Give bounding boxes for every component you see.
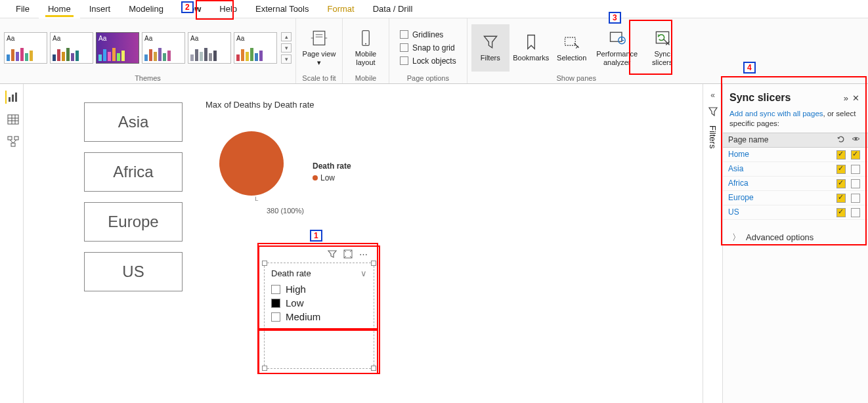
col-page-name: Page name (728, 135, 834, 144)
filter-icon[interactable] (708, 106, 718, 119)
sync-pane-header: Sync slicers » ✕ (723, 89, 868, 109)
tab-external-tools[interactable]: External Tools (246, 0, 318, 18)
data-view-icon[interactable] (5, 113, 18, 126)
sync-page-name[interactable]: Europe (728, 193, 834, 202)
theme-aa: Aa (98, 35, 137, 42)
sync-table-header: Page name (723, 133, 868, 148)
snap-to-grid-checkbox[interactable]: Snap to grid (400, 42, 455, 54)
tab-modeling[interactable]: Modeling (119, 0, 173, 18)
filter-icon (481, 33, 500, 51)
focus-mode-icon[interactable] (343, 249, 353, 261)
tab-home[interactable]: Home (39, 0, 80, 18)
svg-point-27 (854, 138, 856, 140)
page-view-button[interactable]: Page view ▾ (300, 24, 338, 72)
visible-checkbox[interactable] (851, 194, 860, 203)
visible-checkbox[interactable] (851, 165, 860, 174)
snap-label: Snap to grid (412, 43, 455, 53)
sync-page-row: Asia (723, 162, 868, 177)
filters-pane-label[interactable]: Filters (708, 125, 718, 148)
svg-rect-13 (9, 97, 11, 102)
chevron-down-icon[interactable]: ∨ (360, 268, 367, 278)
filters-pane-button[interactable]: Filters (471, 24, 510, 72)
more-options-icon[interactable]: ⋯ (359, 249, 368, 261)
checkbox-icon (400, 43, 408, 52)
selection-pane-button[interactable]: Selection (553, 24, 591, 72)
sync-checkbox[interactable] (836, 208, 846, 217)
selection-label: Selection (557, 54, 586, 62)
report-view-icon[interactable] (5, 91, 18, 104)
lock-objects-checkbox[interactable]: Lock objects (400, 55, 456, 67)
theme-thumb[interactable]: Aa (96, 32, 139, 64)
close-icon[interactable]: ✕ (850, 93, 861, 103)
slicer-item-high[interactable]: High (271, 282, 367, 296)
lock-label: Lock objects (412, 56, 456, 66)
sync-slicers-button[interactable]: Sync slicers (643, 24, 682, 72)
svg-rect-23 (11, 143, 15, 146)
theme-thumb[interactable]: Aa (4, 32, 47, 64)
callout-number: 1 (310, 230, 322, 242)
checkbox-icon (271, 312, 280, 322)
visible-checkbox[interactable] (851, 150, 860, 159)
resize-handle[interactable] (262, 261, 267, 266)
bookmarks-pane-button[interactable]: Bookmarks (512, 24, 550, 72)
tab-file[interactable]: File (7, 0, 39, 18)
filter-icon[interactable] (328, 249, 337, 261)
slicer-visual[interactable]: ⋯ Death rate ∨ High Low Medium (260, 244, 378, 375)
sync-page-name[interactable]: Africa (728, 179, 834, 188)
svg-rect-16 (8, 115, 18, 124)
pie-chart[interactable] (219, 131, 284, 196)
gridlines-label: Gridlines (412, 30, 443, 39)
theme-thumb[interactable]: Aa (234, 32, 277, 64)
ribbon-body: Aa Aa Aa Aa Aa Aa ▴▾▾ Themes Page view ▾… (0, 18, 868, 84)
pie-leader-line: └ (253, 197, 258, 204)
add-sync-all-link[interactable]: Add and sync with all pages (729, 110, 823, 117)
mobile-layout-button[interactable]: Mobile layout (347, 24, 385, 72)
slicer-item-medium[interactable]: Medium (271, 310, 367, 324)
sync-checkbox[interactable] (836, 150, 846, 159)
resize-handle[interactable] (262, 366, 267, 371)
gridlines-checkbox[interactable]: Gridlines (400, 29, 443, 41)
svg-line-25 (13, 140, 16, 143)
region-card-us[interactable]: US (84, 252, 183, 291)
report-canvas[interactable]: Asia Africa Europe US Max of Deaths by D… (24, 84, 703, 403)
selection-icon (563, 33, 581, 51)
sync-page-name[interactable]: US (728, 207, 834, 217)
sync-page-name[interactable]: Asia (728, 164, 834, 173)
expand-pane-icon[interactable]: » (842, 93, 850, 103)
performance-analyzer-button[interactable]: Performance analyzer (594, 24, 641, 72)
sync-checkbox[interactable] (836, 179, 846, 188)
theme-thumb[interactable]: Aa (50, 32, 93, 64)
expand-filters-icon[interactable]: « (710, 91, 715, 100)
themes-gallery[interactable]: Aa Aa Aa Aa Aa Aa (4, 32, 277, 64)
tab-help[interactable]: Help (210, 0, 246, 18)
slicer-header[interactable]: Death rate ∨ (271, 268, 367, 278)
theme-thumb[interactable]: Aa (142, 32, 185, 64)
region-card-asia[interactable]: Asia (84, 102, 183, 142)
sync-column-icon (834, 135, 848, 145)
sync-page-row: Home (723, 148, 868, 162)
sync-checkbox[interactable] (836, 194, 846, 203)
sync-checkbox[interactable] (836, 165, 846, 174)
page-view-icon (310, 29, 328, 47)
advanced-options-toggle[interactable]: 〉 Advanced options (723, 220, 868, 250)
visible-checkbox[interactable] (851, 208, 860, 217)
theme-thumb[interactable]: Aa (188, 32, 231, 64)
main-area: Asia Africa Europe US Max of Deaths by D… (0, 84, 868, 403)
themes-scroll[interactable]: ▴▾▾ (281, 32, 292, 64)
slicer-item-low[interactable]: Low (271, 296, 367, 310)
region-card-africa[interactable]: Africa (84, 152, 183, 192)
region-card-europe[interactable]: Europe (84, 202, 183, 242)
view-switcher-rail (0, 84, 24, 403)
tab-format[interactable]: Format (318, 0, 363, 18)
sync-page-name[interactable]: Home (728, 150, 834, 159)
resize-handle[interactable] (371, 366, 376, 371)
tab-insert[interactable]: Insert (80, 0, 120, 18)
tab-data-drill[interactable]: Data / Drill (364, 0, 422, 18)
slicer-item-label: Medium (286, 311, 320, 322)
callout-number: 2 (181, 1, 194, 13)
resize-handle[interactable] (371, 261, 376, 266)
chart-title: Max of Deaths by Death rate (206, 100, 314, 110)
visible-checkbox[interactable] (851, 179, 860, 188)
model-view-icon[interactable] (5, 135, 18, 148)
legend-item: Low (313, 173, 335, 182)
